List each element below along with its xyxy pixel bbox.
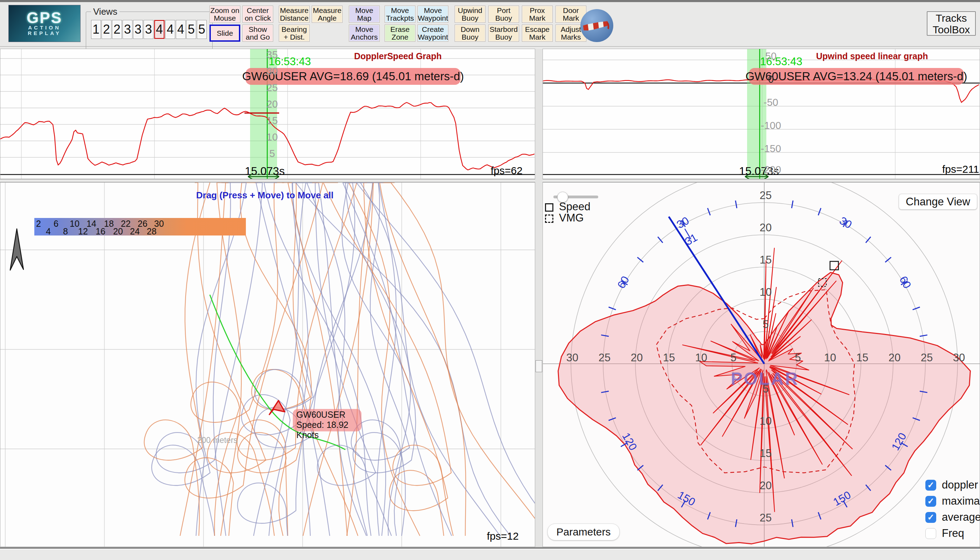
selection-span: 15.073s [245,165,285,178]
ring-value-label: 10 [695,352,707,364]
ring-value-label: 20 [760,479,772,492]
move-waypoint-button[interactable]: MoveWaypoint [417,6,448,23]
view-button-3[interactable]: 2 [112,20,122,39]
map-scale-label: 200 meters [197,436,238,445]
views-label: Views [91,6,120,17]
y-axis-tick: 10 [267,132,278,143]
app-logo: GPS ACTION REPLAY [8,5,81,42]
move-anchors-button[interactable]: MoveAnchors [349,25,380,42]
freq-checkbox[interactable] [925,528,936,539]
ring-value-label: 10 [824,352,836,364]
ring-value-label: 15 [760,254,772,266]
legend-value: 8 [63,227,68,237]
measure-angle-button[interactable]: MeasureAngle [312,6,342,23]
layer-toggle-averages[interactable]: ✓averages [925,511,980,523]
ring-value-label: 5 [730,352,736,364]
doppler-label: doppler [942,479,978,491]
tool-buttons: Zoom onMouseSlideCenteron ClickShowand G… [209,6,586,42]
parameters-button[interactable]: Parameters [547,523,620,540]
toolbar-column-5: MoveTrackptsEraseZone [385,6,415,42]
bottom-bar: Back Acceleration [0,550,980,560]
y-axis-tick: 15 [267,115,278,127]
y-axis-tick: 5 [269,148,275,160]
polar-watermark: POLAR [731,369,799,388]
ring-value-label: 10 [760,286,772,298]
map-panel[interactable] [0,182,535,547]
ring-value-label: 5 [795,352,801,364]
erase-zone-button[interactable]: EraseZone [385,25,415,42]
legend-value: 20 [113,227,123,237]
y-axis-tick: 50 [765,50,776,62]
view-button-11[interactable]: 5 [197,20,207,39]
center-on-click-button[interactable]: Centeron Click [243,6,273,23]
y-axis-tick: 0 [768,73,774,85]
y-axis-tick: 25 [267,82,278,93]
bearing-dist--button[interactable]: Bearing+ Dist. [279,25,310,42]
freq-label: Freq [942,527,964,540]
layer-toggle-maxima[interactable]: ✓maxima [925,495,980,507]
down-buoy-button[interactable]: DownBuoy [455,25,485,42]
view-button-7[interactable]: 4 [154,20,164,39]
move-map-button[interactable]: MoveMap [349,6,380,23]
horizontal-splitter[interactable] [0,179,980,182]
graph-title: Upwind speed linear graph [816,51,928,61]
starbord-buoy-button[interactable]: StarbordBuoy [488,25,519,42]
toolbar-column-2: MeasureDistanceBearing+ Dist. [279,6,310,42]
doppler-checkbox[interactable]: ✓ [925,480,936,491]
gps-action-replay-window: GPS ACTION REPLAY Views 12233344455 Zoom… [0,0,980,560]
ring-value-label: 25 [599,352,611,364]
speed-checkbox[interactable] [545,203,553,212]
doppler-speed-graph-panel[interactable]: DopplerSpeed Graph 16:53:43 GW60USER AVG… [0,49,535,179]
show-and-go-button[interactable]: Showand Go [243,25,273,42]
ring-value-label: 20 [631,352,643,364]
measure-distance-button[interactable]: MeasureDistance [279,6,310,23]
ring-value-label: 15 [856,352,868,364]
zoom-on-mouse-button[interactable]: Zoom onMouse [209,6,240,23]
splitter-handle[interactable] [535,360,542,372]
escape-mark-button[interactable]: EscapeMark [522,25,553,42]
view-button-10[interactable]: 5 [186,20,196,39]
prox-mark-button[interactable]: ProxMark [522,6,553,23]
view-button-8[interactable]: 4 [165,20,175,39]
change-view-button[interactable]: Change View [899,194,977,210]
vmg-checkbox-label: VMG [559,212,584,224]
maxima-label: maxima [942,495,980,507]
view-button-2[interactable]: 2 [101,20,111,39]
tracks-toolbox-button[interactable]: Tracks ToolBox [927,11,976,36]
create-waypoint-button[interactable]: CreateWaypoint [417,25,448,42]
ring-value-label: 25 [760,512,772,524]
port-buoy-button[interactable]: PortBuoy [488,6,519,23]
upwind-speed-graph-panel[interactable]: Upwind speed linear graph 16:53:43 GW60U… [543,49,980,179]
move-trackpts-button[interactable]: MoveTrackpts [385,6,415,23]
legend-value: 18 [104,219,114,229]
ring-value-label: 15 [663,352,675,364]
rider-label: GW60USER Speed: 18.92 Knots [293,409,362,432]
averages-label: averages [942,511,980,523]
map-fps: fps=12 [487,530,519,542]
ring-value-label: 25 [760,189,772,202]
legend-value: 6 [53,219,58,229]
view-button-6[interactable]: 3 [144,20,153,39]
polar-panel[interactable]: 3030606012012015015031551010151520202525… [543,182,980,547]
view-button-1[interactable]: 1 [91,20,101,39]
vmg-checkbox[interactable] [545,215,553,223]
logo-text: GPS [27,11,62,25]
slide-button[interactable]: Slide [209,25,240,42]
main-toolbar: GPS ACTION REPLAY Views 12233344455 Zoom… [0,2,980,47]
averages-checkbox[interactable]: ✓ [925,512,936,523]
y-axis-tick: -50 [764,97,778,108]
view-button-9[interactable]: 4 [176,20,186,39]
view-button-5[interactable]: 3 [133,20,143,39]
upwind-buoy-button[interactable]: UpwindBuoy [455,6,485,23]
legend-value: 24 [130,227,140,237]
view-button-4[interactable]: 3 [123,20,132,39]
vertical-splitter[interactable] [535,49,543,547]
toolbar-column-0: Zoom onMouseSlide [209,6,240,42]
maxima-checkbox[interactable]: ✓ [925,496,936,507]
layer-toggle-doppler[interactable]: ✓doppler [925,479,978,491]
rider-name: GW60USER [296,410,358,420]
map-drag-hint: Drag (Press + Move) to Move all [196,190,334,201]
layer-toggle-freq[interactable]: Freq [925,527,964,540]
toolbar-column-9: ProxMarkEscapeMark [522,6,553,42]
toolbar-column-4: MoveMapMoveAnchors [349,6,380,42]
